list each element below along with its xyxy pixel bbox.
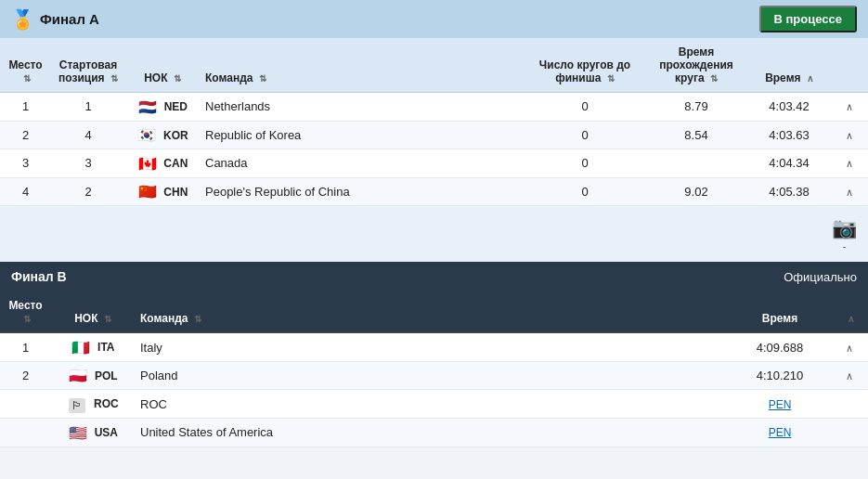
expand-icon[interactable]: ∧	[846, 370, 853, 382]
sort-rank-b[interactable]: ⇅	[23, 314, 31, 324]
laptime-cell: 8.54	[645, 121, 747, 149]
expand-cell[interactable]: ∧	[831, 149, 868, 178]
col-team-a: Команда ⇅	[200, 38, 525, 93]
camera-label: -	[843, 240, 847, 252]
noc-cell: 🇨🇦 CAN	[125, 149, 200, 178]
col-expand-a	[831, 38, 868, 93]
sort-time-a[interactable]: ∧	[807, 73, 813, 84]
laptime-cell: 9.02	[645, 177, 747, 206]
expand-cell[interactable]: ∧	[831, 121, 868, 149]
table-row: 1 🇮🇹 ITA Italy 4:09.688 ∧	[0, 333, 868, 362]
status-badge-a[interactable]: В процессе	[759, 6, 857, 32]
final-a-table: Место ⇅ Стартовая позиция ⇅ НОК ⇅ Команд…	[0, 38, 868, 206]
laps-cell: 0	[525, 149, 645, 178]
time-cell: PEN	[729, 418, 831, 447]
start-cell: 1	[51, 93, 125, 122]
sort-team-b[interactable]: ⇅	[194, 314, 201, 324]
middle-area: 📷 -	[0, 206, 868, 262]
flag-icon: 🇨🇦	[137, 158, 158, 171]
sort-rank-a[interactable]: ⇅	[23, 73, 31, 84]
noc-code: KOR	[163, 129, 188, 142]
team-cell: Italy	[135, 333, 729, 362]
final-b-status: Официально	[784, 270, 857, 284]
table-row: 🇺🇸 USA United States of America PEN	[0, 418, 868, 447]
expand-cell[interactable]: ∧	[831, 93, 868, 122]
time-cell: 4:05.38	[747, 177, 831, 206]
col-team-b: Команда ⇅	[135, 291, 729, 333]
col-rank-a: Место ⇅	[0, 38, 51, 93]
col-start-a: Стартовая позиция ⇅	[51, 38, 125, 93]
sort-noc-b[interactable]: ⇅	[104, 314, 111, 324]
camera-icon[interactable]: 📷	[832, 216, 857, 240]
noc-cell: 🇳🇱 NED	[125, 93, 200, 122]
pen-link[interactable]: PEN	[769, 426, 792, 439]
expand-cell[interactable]: ∧	[831, 333, 868, 362]
flag-icon: 🇺🇸	[68, 427, 88, 440]
sort-laps-a[interactable]: ⇅	[607, 73, 615, 84]
noc-cell: 🏳 ROC	[51, 390, 135, 419]
pen-link[interactable]: PEN	[769, 398, 792, 411]
flag-icon: 🇰🇷	[136, 129, 157, 142]
noc-code: USA	[95, 426, 118, 439]
noc-code: NED	[164, 100, 188, 113]
team-cell: United States of America	[135, 418, 729, 447]
sort-start-a[interactable]: ⇅	[110, 73, 118, 84]
final-a-header: 🏅 Финал А В процессе	[0, 0, 868, 38]
col-expand-b: ∧	[831, 291, 868, 333]
noc-cell: 🇨🇳 CHN	[125, 177, 200, 206]
final-a-title: Финал А	[40, 11, 99, 27]
flag-icon: 🇮🇹	[71, 342, 91, 355]
flag-icon: 🏳	[67, 398, 87, 411]
laptime-cell: 8.79	[645, 93, 747, 122]
noc-cell: 🇵🇱 POL	[51, 361, 135, 390]
time-cell: 4:04.34	[747, 149, 831, 178]
col-time-b: Время	[729, 291, 831, 333]
final-b-section: Финал В Официально Место ⇅ НОК ⇅ Команда…	[0, 262, 868, 447]
flag-icon: 🇨🇳	[137, 186, 158, 199]
rank-cell: 4	[0, 177, 51, 206]
col-noc-a: НОК ⇅	[125, 38, 200, 93]
col-laptime-a: Время прохождения круга ⇅	[645, 38, 747, 93]
table-row: 4 2 🇨🇳 CHN People's Republic of China 0 …	[0, 177, 868, 206]
expand-cell[interactable]	[831, 418, 868, 447]
table-row: 🏳 ROC ROC PEN	[0, 390, 868, 419]
time-cell: PEN	[729, 390, 831, 419]
rank-cell: 2	[0, 121, 51, 149]
noc-cell: 🇮🇹 ITA	[51, 333, 135, 362]
team-cell: Poland	[135, 361, 729, 390]
col-rank-b: Место ⇅	[0, 291, 51, 333]
sort-expand-b[interactable]: ∧	[848, 314, 854, 324]
final-b-header: Финал В Официально	[0, 262, 868, 291]
rank-cell: 2	[0, 361, 51, 390]
sort-noc-a[interactable]: ⇅	[174, 73, 181, 84]
rank-cell	[0, 390, 51, 419]
time-cell: 4:10.210	[729, 361, 831, 390]
rank-cell: 1	[0, 333, 51, 362]
sort-team-a[interactable]: ⇅	[259, 73, 266, 84]
flag-icon: 🇳🇱	[137, 101, 158, 114]
olympic-logo: 🏅	[11, 8, 34, 31]
col-noc-b: НОК ⇅	[51, 291, 135, 333]
team-cell: Canada	[200, 149, 525, 178]
laps-cell: 0	[525, 177, 645, 206]
noc-code: POL	[95, 369, 118, 382]
noc-code: CAN	[163, 157, 188, 170]
start-cell: 3	[51, 149, 125, 178]
sort-laptime-a[interactable]: ⇅	[710, 73, 718, 84]
time-cell: 4:09.688	[729, 333, 831, 362]
laps-cell: 0	[525, 93, 645, 122]
laps-cell: 0	[525, 121, 645, 149]
flag-icon: 🇵🇱	[68, 369, 88, 382]
expand-cell[interactable]	[831, 390, 868, 419]
expand-cell[interactable]: ∧	[831, 177, 868, 206]
table-row: 1 1 🇳🇱 NED Netherlands 0 8.79 4:03.42 ∧	[0, 93, 868, 122]
expand-icon[interactable]: ∧	[846, 343, 853, 354]
final-b-table: Место ⇅ НОК ⇅ Команда ⇅ Время ∧	[0, 291, 868, 447]
noc-code: ROC	[94, 397, 119, 410]
col-laps-a: Число кругов до финиша ⇅	[525, 38, 645, 93]
team-cell: Netherlands	[200, 93, 525, 122]
rank-cell	[0, 418, 51, 447]
noc-code: CHN	[163, 186, 188, 199]
expand-cell[interactable]: ∧	[831, 361, 868, 390]
time-cell: 4:03.42	[747, 93, 831, 122]
